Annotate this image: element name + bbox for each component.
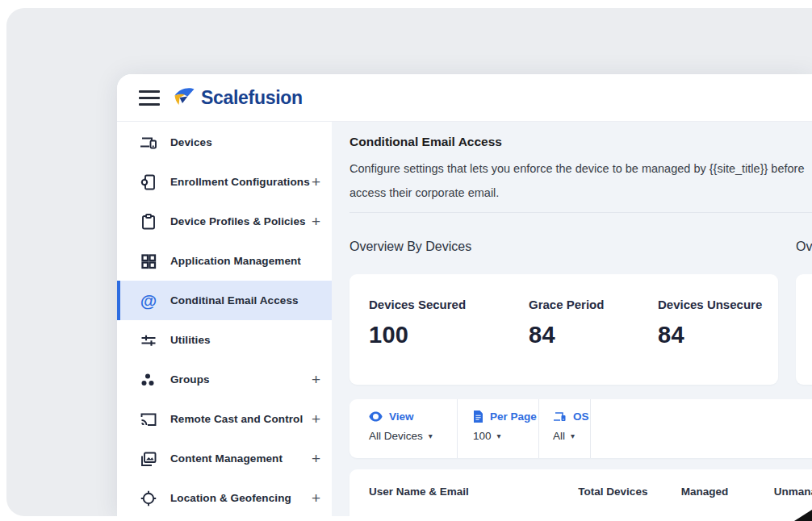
app-window: Scalefusion Devices: [117, 74, 812, 516]
sidebar-item-label: Enrollment Configurations: [170, 176, 310, 188]
enrollment-icon: [139, 173, 158, 192]
media-icon: [139, 449, 158, 469]
filter-value: All: [553, 430, 565, 442]
sidebar-item-utilities[interactable]: Utilities: [117, 320, 332, 360]
expand-plus-icon[interactable]: +: [312, 214, 320, 229]
stat-devices-unsecure: Devices Unsecure 84: [658, 298, 762, 348]
sidebar-item-content-management[interactable]: Content Management +: [117, 439, 332, 478]
per-page-dropdown[interactable]: Per Page 100 ▾: [458, 399, 539, 458]
expand-plus-icon[interactable]: +: [312, 451, 320, 466]
column-header-total-devices: Total Devices: [578, 486, 680, 516]
brand-name: Scalefusion: [201, 87, 303, 109]
app-background: Scalefusion Devices: [6, 8, 812, 516]
users-table: User Name & Email Total Devices Managed …: [349, 469, 812, 516]
filter-value: 100: [473, 430, 492, 442]
hamburger-menu-icon[interactable]: [139, 90, 160, 106]
stat-label: Devices Unsecure: [658, 298, 762, 311]
clipboard-icon: [139, 212, 158, 231]
sidebar-item-location-geofencing[interactable]: Location & Geofencing +: [117, 478, 332, 516]
filter-bar-spacer: [591, 399, 812, 458]
stat-label: Devices Secured: [369, 298, 529, 311]
top-bar: Scalefusion: [117, 74, 812, 122]
chevron-down-icon: ▾: [429, 432, 433, 440]
overview-by-devices-section: Overview By Devices Devices Secured 100 …: [349, 240, 778, 385]
sidebar-item-label: Content Management: [170, 452, 283, 465]
stat-value: 84: [529, 322, 658, 348]
expand-plus-icon[interactable]: +: [312, 174, 320, 190]
chevron-down-icon: ▾: [497, 432, 501, 440]
sidebar-item-label: Conditinal Email Access: [170, 294, 299, 306]
filter-value: All Devices: [369, 430, 423, 442]
sidebar-item-label: Application Management: [170, 255, 301, 267]
stat-label: Grace Period: [529, 298, 658, 311]
section-divider: [349, 212, 812, 213]
expand-plus-icon[interactable]: +: [312, 411, 320, 427]
sliders-icon: [139, 331, 158, 350]
sidebar-item-label: Groups: [170, 373, 210, 386]
brand-logo: Scalefusion: [173, 85, 303, 110]
view-filter-dropdown[interactable]: View All Devices ▾: [349, 399, 458, 458]
expand-plus-icon[interactable]: +: [312, 372, 320, 387]
groups-icon: [139, 370, 158, 390]
chevron-down-icon: ▾: [571, 432, 575, 440]
devices-icon: [139, 133, 158, 152]
main-content: Conditional Email Access Configure setti…: [332, 122, 812, 516]
sidebar-item-label: Utilities: [170, 334, 211, 346]
filter-label: View: [389, 411, 414, 423]
sidebar-item-device-profiles-policies[interactable]: Device Profiles & Policies +: [117, 202, 332, 241]
filter-label: OS: [573, 411, 589, 423]
app-grid-icon: [139, 252, 158, 271]
sidebar-item-label: Device Profiles & Policies: [170, 215, 306, 227]
cast-icon: [139, 410, 158, 429]
filter-label: Per Page: [490, 411, 537, 423]
sidebar-item-devices[interactable]: Devices: [117, 123, 332, 162]
sidebar-item-conditional-email-access[interactable]: @ Conditinal Email Access: [117, 281, 332, 320]
sidebar-item-label: Devices: [170, 136, 212, 148]
at-icon: @: [139, 291, 158, 311]
sidebar-item-application-management[interactable]: Application Management: [117, 241, 332, 281]
column-header-user-name-email: User Name & Email: [369, 486, 578, 516]
sidebar-item-groups[interactable]: Groups +: [117, 360, 332, 399]
secondary-stats-card: [796, 274, 812, 385]
overview-secondary-section: Overview: [796, 240, 812, 385]
column-header-managed: Managed: [681, 486, 774, 516]
mouse-cursor: [794, 509, 812, 521]
page-description: Configure settings that lets you enforce…: [349, 156, 812, 205]
sidebar-nav: Devices Enrollment Configurations +: [117, 122, 332, 516]
scalefusion-logo-icon: [173, 85, 195, 110]
sidebar-item-enrollment-configurations[interactable]: Enrollment Configurations +: [117, 162, 332, 202]
stat-grace-period: Grace Period 84: [529, 298, 658, 348]
devices-stats-card: Devices Secured 100 Grace Period 84 Devi…: [349, 274, 778, 385]
page-description-line2: access their corporate email.: [349, 181, 812, 205]
page-description-line1: Configure settings that lets you enforce…: [349, 156, 812, 181]
sidebar-item-label: Location & Geofencing: [170, 492, 291, 504]
page-icon: [473, 411, 483, 423]
overview-secondary-heading: Overview: [796, 240, 812, 254]
sidebar-item-remote-cast-control[interactable]: Remote Cast and Control +: [117, 399, 332, 439]
overview-devices-heading: Overview By Devices: [349, 240, 778, 254]
os-filter-dropdown[interactable]: OS All ▾: [539, 399, 591, 458]
stat-value: 84: [658, 322, 762, 348]
stat-value: 100: [369, 322, 529, 348]
eye-icon: [369, 411, 383, 422]
page-title: Conditional Email Access: [349, 135, 812, 149]
sidebar-item-label: Remote Cast and Control: [170, 413, 303, 425]
expand-plus-icon[interactable]: +: [312, 490, 320, 506]
stat-devices-secured: Devices Secured 100: [369, 298, 529, 348]
os-icon: [553, 411, 567, 423]
filter-bar: View All Devices ▾: [349, 399, 812, 458]
geofence-icon: [139, 489, 158, 508]
